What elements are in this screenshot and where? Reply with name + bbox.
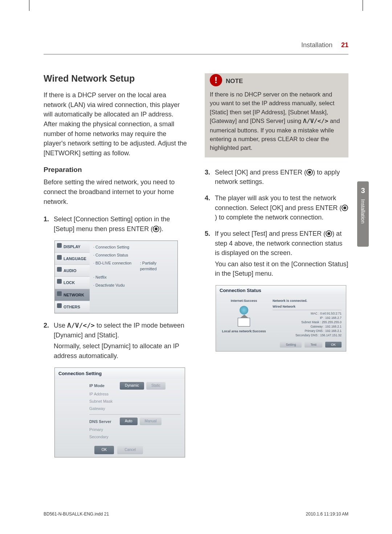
setting-button: Setting: [280, 342, 302, 348]
ip-info: IP : 192.168.2.7: [273, 316, 342, 320]
sidebar-audio: AUDIO: [55, 265, 90, 277]
pdns-info: Primary DNS : 192.168.2.1: [273, 329, 342, 333]
content-columns: Wired Network Setup If there is a DHCP s…: [44, 73, 348, 465]
list-number: 2.: [44, 321, 52, 361]
opt-label: · Netflix: [93, 274, 140, 280]
connection-setting-screenshot: Connection Setting IP Mode Dynamic Stati…: [54, 367, 185, 457]
lan-status: Local area network:Success: [220, 329, 268, 333]
enter-icon: [306, 169, 313, 176]
network-diagram-icon: [220, 304, 268, 328]
gateway-label: Gateway: [89, 406, 120, 411]
steps-list-right: 3. Select [OK] and press ENTER () to app…: [205, 168, 348, 279]
house-icon: [238, 318, 250, 326]
cancel-button: Cancel: [117, 446, 143, 454]
auto-pill: Auto: [120, 418, 138, 425]
sidebar-lock: LOCK: [55, 277, 90, 289]
test-button: Test: [305, 342, 322, 348]
page-header: Installation 21: [44, 41, 348, 54]
step-5: 5. If you select [Test] and press ENTER …: [205, 229, 348, 279]
connection-msg: Network is connected.: [273, 299, 342, 303]
list-number: 4.: [205, 193, 213, 222]
subnet-label: Subnet Mask: [89, 398, 120, 404]
arrow-keys: Λ/V/</>: [67, 321, 95, 329]
globe-icon: [240, 306, 248, 315]
step-2: 2. Use Λ/V/</> to select the IP mode bet…: [44, 321, 187, 361]
secondary-label: Secondary: [89, 434, 120, 440]
opt-label: · Connection Status: [93, 252, 140, 258]
sidebar-network: NETWORK: [55, 289, 90, 301]
screenshot-title: Connection Status: [216, 286, 346, 295]
internet-status: Internet:Success: [220, 299, 268, 303]
section-heading: Wired Network Setup: [44, 73, 187, 84]
opt-label: · BD-LIVE connection: [93, 260, 140, 272]
preparation-heading: Preparation: [44, 166, 187, 174]
list-number: 1.: [44, 214, 52, 234]
page-footer: BD561-N-BUSALLK-ENG.indd 21 2010.1.6 11:…: [44, 512, 348, 517]
dns-server-label: DNS Server: [89, 419, 120, 424]
enter-icon: [326, 230, 332, 237]
left-column: Wired Network Setup If there is a DHCP s…: [44, 73, 187, 465]
list-number: 5.: [205, 229, 213, 279]
opt-value: : Partially permitted: [140, 260, 174, 272]
setup-options: · Connection Setting · Connection Status…: [90, 241, 177, 313]
page: Installation 21 Wired Network Setup If t…: [0, 0, 392, 486]
step-3: 3. Select [OK] and press ENTER () to app…: [205, 168, 348, 187]
note-text: If there is no DHCP server on the networ…: [210, 90, 343, 152]
side-tab-label: Installation: [360, 199, 366, 223]
mac-info: MAC : 0:e0:91:b3:2:71: [273, 312, 342, 316]
manual-pill: Manual: [140, 418, 162, 425]
enter-icon: [342, 205, 348, 211]
note-label: NOTE: [226, 78, 243, 85]
note-box: ! NOTE If there is no DHCP server on the…: [205, 73, 348, 157]
step-text: If you select [Test] and press ENTER (: [215, 230, 326, 237]
header-page-number: 21: [341, 41, 348, 49]
header-section: Installation: [301, 41, 332, 49]
step-text-end: ).: [159, 225, 163, 233]
step-subtext: Normally, select [Dynamic] to allocate a…: [54, 341, 187, 361]
step-4: 4. The player will ask you to test the n…: [205, 193, 348, 222]
status-right-panel: Network is connected. Wired Network MAC …: [273, 299, 342, 337]
step-text: Use: [54, 322, 67, 329]
list-number: 3.: [205, 168, 213, 187]
side-tab-number: 3: [361, 186, 365, 195]
ip-mode-label: IP Mode: [89, 383, 120, 389]
intro-paragraph: If there is a DHCP server on the local a…: [44, 90, 187, 158]
step-1: 1. Select [Connection Setting] option in…: [44, 214, 187, 234]
network-type: Wired Network: [273, 305, 342, 310]
step-text: Select [Connection Setting] option in th…: [54, 215, 170, 233]
connection-status-screenshot: Connection Status Internet:Success Local…: [216, 285, 346, 352]
sidebar-others: OTHERS: [55, 301, 90, 313]
footer-timestamp: 2010.1.6 11:19:10 AM: [306, 512, 348, 517]
sidebar-language: LANGUAGE: [55, 253, 90, 265]
step-text: ) to complete the network connection.: [215, 214, 323, 221]
footer-file: BD561-N-BUSALLK-ENG.indd 21: [44, 512, 109, 517]
subnet-info: Subnet Mask : 255.255.255.0: [273, 320, 342, 325]
note-exclamation-icon: !: [210, 74, 222, 86]
dynamic-pill: Dynamic: [120, 382, 144, 390]
setup-menu-screenshot: DISPLAY LANGUAGE AUDIO LOCK NETWORK OTHE…: [54, 241, 178, 314]
screenshot-title: Connection Setting: [55, 368, 185, 379]
sdns-info: Secondary DNS : 156.147.151.32: [273, 333, 342, 338]
side-tab: 3 Installation: [357, 181, 369, 247]
opt-label: · Deactivate Vudu: [93, 282, 140, 288]
setup-sidebar: DISPLAY LANGUAGE AUDIO LOCK NETWORK OTHE…: [55, 241, 90, 313]
steps-list: 1. Select [Connection Setting] option in…: [44, 214, 187, 457]
ok-button: OK: [325, 342, 342, 348]
arrow-keys: Λ/V/</>: [303, 118, 328, 124]
ok-button: OK: [94, 446, 114, 454]
gateway-info: Gateway : 192.168.2.1: [273, 325, 342, 329]
step-text: Select [OK] and press ENTER (: [215, 169, 306, 176]
sidebar-display: DISPLAY: [55, 241, 90, 253]
status-left-panel: Internet:Success Local area network:Succ…: [220, 299, 268, 337]
primary-label: Primary: [89, 427, 120, 432]
step-text: The player will ask you to test the netw…: [215, 194, 342, 211]
step-subtext: You can also test it on the [Connection …: [215, 259, 348, 279]
ip-address-label: IP Address: [89, 391, 120, 397]
preparation-text: Before setting the wired network, you ne…: [44, 177, 187, 206]
right-column: ! NOTE If there is no DHCP server on the…: [205, 73, 348, 465]
opt-label: · Connection Setting: [93, 244, 140, 250]
static-pill: Static: [146, 382, 166, 390]
enter-icon: [153, 226, 159, 232]
